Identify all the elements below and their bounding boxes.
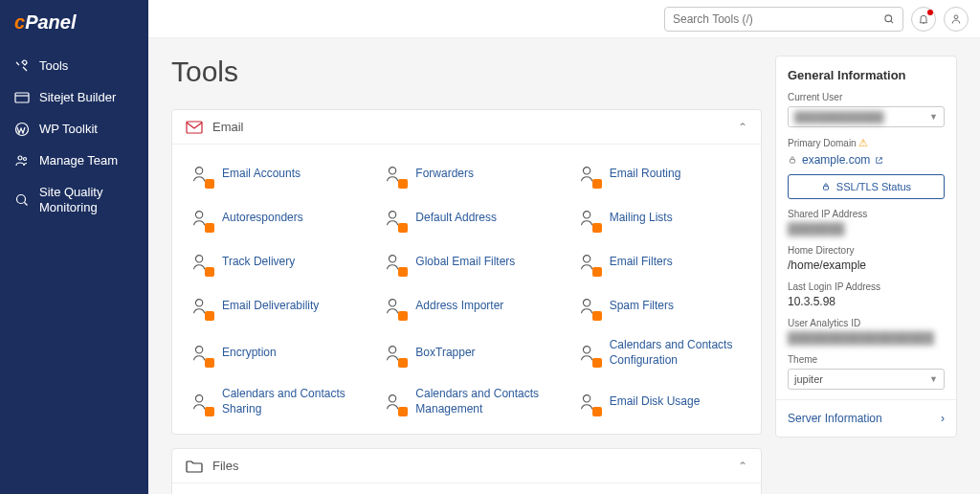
- tool-label: Autoresponders: [222, 211, 303, 226]
- tool-item[interactable]: BoxTrapper: [369, 328, 563, 377]
- tool-item[interactable]: Calendars and Contacts Sharing: [176, 377, 369, 426]
- tool-item[interactable]: Address Importer: [369, 284, 563, 328]
- tool-item[interactable]: Forwarders: [369, 152, 563, 196]
- tool-label: Email Accounts: [222, 167, 301, 182]
- tools-icon: [14, 58, 30, 74]
- svg-point-21: [390, 346, 396, 352]
- tool-label: BoxTrapper: [415, 346, 475, 361]
- svg-point-17: [195, 300, 202, 306]
- tool-icon: [381, 162, 406, 187]
- files-panel-header[interactable]: Files ⌃: [172, 449, 761, 483]
- info-title: General Information: [788, 68, 945, 82]
- nav-sitejet[interactable]: Sitejet Builder: [0, 82, 148, 114]
- tool-item[interactable]: Email Disk Usage: [564, 377, 757, 426]
- current-user-select[interactable]: ████████████ ▼: [788, 106, 945, 127]
- nav-quality[interactable]: Site Quality Monitoring: [0, 177, 148, 225]
- mail-icon: [186, 121, 203, 134]
- tool-item[interactable]: Track Delivery: [176, 240, 369, 284]
- chevron-up-icon: ⌃: [738, 121, 747, 134]
- tool-label: Mailing Lists: [610, 211, 673, 226]
- panel-title: Email: [212, 120, 244, 134]
- nav-label: WP Toolkit: [39, 122, 98, 138]
- tool-item[interactable]: Default Address: [369, 196, 563, 240]
- tool-item[interactable]: Calendars and Contacts Management: [369, 377, 563, 426]
- email-panel: Email ⌃ Email AccountsForwardersEmail Ro…: [171, 109, 762, 435]
- svg-point-2: [18, 156, 22, 160]
- tool-item[interactable]: Email Filters: [564, 240, 757, 284]
- tool-label: Calendars and Contacts Sharing: [222, 387, 358, 416]
- svg-point-25: [583, 394, 590, 401]
- svg-point-8: [195, 168, 202, 174]
- panel-title: Files: [212, 459, 238, 473]
- svg-point-11: [195, 212, 202, 218]
- nav-wp[interactable]: WP Toolkit: [0, 114, 148, 146]
- tool-icon: [188, 162, 212, 187]
- svg-point-9: [390, 168, 396, 174]
- main-column: Tools Email ⌃ Email AccountsForwardersEm…: [171, 56, 762, 477]
- tool-icon: [575, 206, 600, 231]
- tool-label: Email Filters: [610, 255, 673, 270]
- svg-point-4: [17, 195, 26, 204]
- tool-icon: [381, 250, 406, 275]
- tool-icon: [575, 250, 600, 275]
- svg-point-19: [583, 300, 590, 306]
- tool-icon: [381, 390, 406, 415]
- sidebar: cPanel Tools Sitejet Builder WP Toolkit …: [0, 0, 148, 494]
- tool-icon: [381, 294, 406, 319]
- svg-point-20: [195, 346, 202, 352]
- nav-label: Tools: [39, 58, 68, 75]
- theme-select[interactable]: jupiter ▼: [788, 369, 945, 390]
- tool-label: Address Importer: [415, 299, 503, 314]
- user-icon: [950, 13, 962, 25]
- domain-value: example.com: [802, 153, 870, 167]
- tool-item[interactable]: Email Deliverability: [176, 284, 369, 328]
- svg-point-16: [583, 256, 590, 262]
- tool-label: Email Disk Usage: [610, 394, 701, 410]
- tool-item[interactable]: Autoresponders: [176, 196, 369, 240]
- tool-icon: [188, 390, 212, 415]
- search-box[interactable]: [664, 7, 903, 32]
- caret-down-icon: ▼: [929, 112, 938, 122]
- warning-icon: ⚠: [858, 137, 868, 148]
- tool-item[interactable]: Spam Filters: [564, 284, 757, 328]
- notifications-button[interactable]: [911, 7, 936, 32]
- shared-ip-label: Shared IP Address: [788, 209, 945, 219]
- tool-item[interactable]: Encryption: [176, 328, 369, 377]
- files-tools-grid: File ManagerImagesDirectory PrivacyDisk …: [172, 483, 761, 494]
- primary-domain-link[interactable]: example.com: [788, 153, 945, 167]
- search-icon: [883, 13, 895, 25]
- tool-icon: [575, 341, 600, 366]
- tool-label: Default Address: [415, 211, 497, 226]
- user-button[interactable]: [944, 7, 969, 32]
- server-info-link[interactable]: Server Information ›: [776, 399, 956, 437]
- tool-item[interactable]: Global Email Filters: [369, 240, 563, 284]
- email-tools-grid: Email AccountsForwardersEmail RoutingAut…: [172, 145, 761, 434]
- analytics-label: User Analytics ID: [788, 318, 945, 328]
- tool-icon: [381, 341, 406, 366]
- ssl-status-button[interactable]: SSL/TLS Status: [788, 174, 945, 199]
- tool-item[interactable]: Mailing Lists: [564, 196, 757, 240]
- search-input[interactable]: [673, 12, 883, 26]
- tool-item[interactable]: Calendars and Contacts Configuration: [564, 328, 757, 377]
- shared-ip-value: ███████: [788, 222, 945, 236]
- theme-label: Theme: [788, 354, 945, 365]
- ssl-button-label: SSL/TLS Status: [836, 181, 911, 192]
- email-panel-header[interactable]: Email ⌃: [172, 110, 761, 145]
- tool-icon: [575, 162, 600, 187]
- svg-rect-7: [187, 122, 202, 133]
- chevron-right-icon: ›: [941, 412, 945, 425]
- theme-value: jupiter: [794, 373, 823, 385]
- tool-label: Forwarders: [415, 167, 474, 182]
- info-column: General Information Current User ███████…: [775, 56, 957, 477]
- svg-point-6: [954, 14, 958, 18]
- nav-tools[interactable]: Tools: [0, 51, 148, 82]
- nav-team[interactable]: Manage Team: [0, 146, 148, 177]
- tool-item[interactable]: Email Accounts: [176, 152, 369, 196]
- tool-icon: [381, 206, 406, 231]
- tool-icon: [188, 250, 212, 275]
- tool-label: Email Deliverability: [222, 299, 319, 314]
- tool-item[interactable]: Email Routing: [564, 152, 757, 196]
- tool-label: Spam Filters: [610, 299, 674, 314]
- svg-point-24: [390, 394, 396, 401]
- page-title: Tools: [171, 56, 762, 88]
